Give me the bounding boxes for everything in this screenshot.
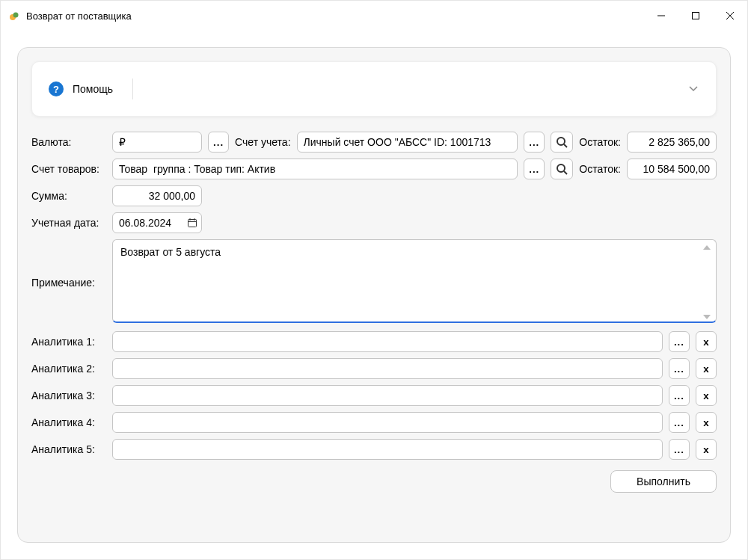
analytics3-browse-button[interactable]: ... [669,385,690,406]
svg-line-7 [564,144,567,147]
execute-row: Выполнить [31,470,717,493]
x-icon: х [703,336,708,348]
analytics2-clear-button[interactable]: х [696,358,717,379]
analytics3-clear-button[interactable]: х [696,385,717,406]
goods-browse-button[interactable]: ... [524,159,545,179]
ellipsis-icon: ... [674,444,684,455]
analytics4-input[interactable] [112,412,663,433]
label-sum: Сумма: [31,190,106,202]
label-analytics3: Аналитика 3: [31,390,106,401]
row-analytics-2: Аналитика 2: ... х [31,358,717,379]
svg-line-9 [564,171,567,174]
label-analytics5: Аналитика 5: [31,443,106,455]
analytics5-input[interactable] [112,439,663,460]
svg-point-8 [557,164,565,172]
help-left: ? Помощь [49,79,133,99]
label-balance2: Остаток: [579,163,621,175]
help-icon: ? [49,81,64,96]
svg-point-6 [557,138,565,145]
label-note: Примечание: [31,277,106,289]
label-analytics2: Аналитика 2: [31,363,106,375]
help-divider [132,79,133,99]
app-icon [8,10,20,22]
analytics2-browse-button[interactable]: ... [669,358,690,379]
ellipsis-icon: ... [529,137,539,148]
x-icon: х [703,363,708,375]
analytics4-browse-button[interactable]: ... [669,412,690,433]
account-search-button[interactable] [551,132,573,153]
label-goods-account: Счет товаров: [31,163,106,175]
row-analytics-5: Аналитика 5: ... х [31,439,717,460]
row-sum: Сумма: [31,185,717,206]
calendar-icon[interactable] [187,218,197,228]
account-browse-button[interactable]: ... [524,132,545,153]
note-textarea[interactable] [112,239,717,323]
row-currency-account: Валюта: ... Счет учета: ... Остаток: [31,132,717,153]
analytics5-clear-button[interactable]: х [696,439,717,460]
search-icon [556,136,568,148]
svg-point-1 [13,13,19,18]
goods-search-button[interactable] [551,159,573,179]
analytics2-input[interactable] [112,358,663,379]
svg-rect-10 [188,220,197,227]
x-icon: х [703,444,708,455]
help-label: Помощь [73,83,113,95]
currency-input[interactable] [112,132,202,153]
row-acc-date: Учетная дата: [31,212,717,233]
row-analytics-3: Аналитика 3: ... х [31,385,717,406]
window-controls [644,4,747,28]
main-panel: ? Помощь Валюта: ... Счет учета: ... [17,47,731,543]
row-analytics-1: Аналитика 1: ... х [31,331,717,352]
x-icon: х [703,390,708,401]
execute-button[interactable]: Выполнить [610,470,717,493]
analytics3-input[interactable] [112,385,663,406]
sum-input[interactable] [112,185,202,206]
ellipsis-icon: ... [674,363,684,375]
label-acc-date: Учетная дата: [31,217,106,229]
label-balance1: Остаток: [579,136,621,148]
svg-rect-3 [693,13,699,19]
label-currency: Валюта: [31,136,106,148]
titlebar: Возврат от поставщика [1,1,747,31]
maximize-button[interactable] [678,4,713,28]
title-left: Возврат от поставщика [8,10,132,22]
scroll-down-icon[interactable] [703,315,711,319]
analytics1-clear-button[interactable]: х [696,331,717,352]
ellipsis-icon: ... [674,417,684,428]
ellipsis-icon: ... [674,336,684,348]
scroll-up-icon[interactable] [703,245,711,250]
ellipsis-icon: ... [213,137,224,148]
currency-browse-button[interactable]: ... [208,132,229,153]
label-analytics1: Аналитика 1: [31,336,106,348]
window-title: Возврат от поставщика [26,10,132,22]
analytics4-clear-button[interactable]: х [696,412,717,433]
row-analytics-4: Аналитика 4: ... х [31,412,717,433]
balance2-output [627,159,717,179]
analytics1-input[interactable] [112,331,663,352]
analytics5-browse-button[interactable]: ... [669,439,690,460]
chevron-down-icon [687,82,699,96]
analytics1-browse-button[interactable]: ... [669,331,690,352]
client-area: ? Помощь Валюта: ... Счет учета: ... [1,31,747,559]
note-wrap [112,239,717,325]
balance1-output [627,132,717,153]
search-icon [556,163,568,175]
form: Валюта: ... Счет учета: ... Остаток: Сче… [31,132,717,493]
label-account: Счет учета: [235,136,290,148]
label-analytics4: Аналитика 4: [31,416,106,428]
row-note: Примечание: [31,239,717,325]
help-card[interactable]: ? Помощь [31,61,717,117]
goods-account-input[interactable] [112,159,518,179]
row-goods-account: Счет товаров: ... Остаток: [31,159,717,179]
date-wrap [112,212,202,233]
minimize-button[interactable] [644,4,678,28]
close-button[interactable] [713,4,747,28]
account-input[interactable] [297,132,518,153]
ellipsis-icon: ... [674,390,684,401]
x-icon: х [703,417,708,428]
app-window: Возврат от поставщика ? Помощь [0,0,748,560]
ellipsis-icon: ... [529,164,539,175]
